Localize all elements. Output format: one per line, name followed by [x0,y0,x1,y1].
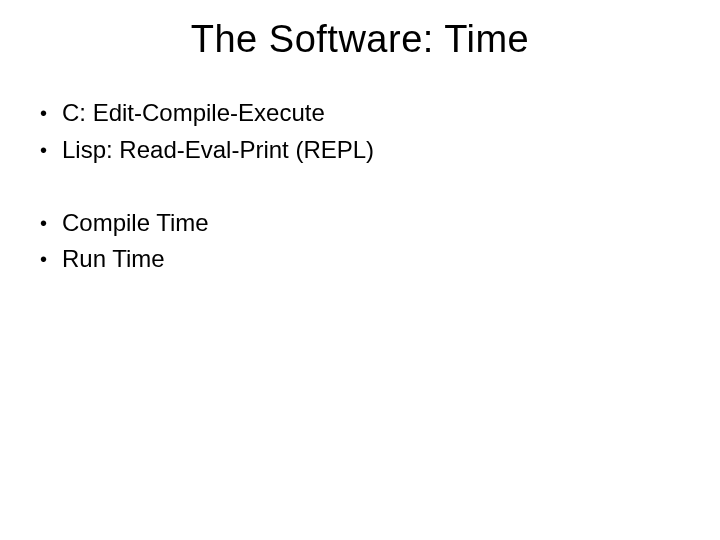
list-item: Compile Time [36,206,684,241]
slide: The Software: Time C: Edit-Compile-Execu… [0,0,720,540]
list-item: C: Edit-Compile-Execute [36,96,684,131]
list-item: Lisp: Read-Eval-Print (REPL) [36,133,684,168]
group-spacer [36,170,684,206]
list-item: Run Time [36,242,684,277]
bullet-group-2: Compile Time Run Time [36,206,684,278]
slide-title: The Software: Time [0,18,720,61]
bullet-group-1: C: Edit-Compile-Execute Lisp: Read-Eval-… [36,96,684,168]
slide-body: C: Edit-Compile-Execute Lisp: Read-Eval-… [36,96,684,279]
